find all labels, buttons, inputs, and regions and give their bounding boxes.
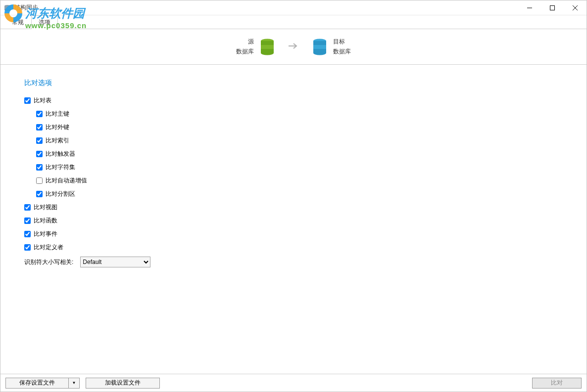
checkbox-compare-indexes[interactable] <box>36 137 43 144</box>
save-profile-button[interactable]: 保存设置文件 <box>5 378 69 389</box>
checkbox-compare-primary-keys[interactable] <box>36 111 43 117</box>
database-target-icon <box>312 39 327 55</box>
checkbox-compare-triggers[interactable] <box>36 151 43 157</box>
label-compare-events: 比对事件 <box>34 230 57 238</box>
close-button[interactable] <box>564 0 587 15</box>
target-block: 目标 数据库 <box>312 37 351 56</box>
section-title: 比对选项 <box>24 79 563 87</box>
identifier-case-select[interactable]: Default <box>80 257 150 267</box>
header-area: 源 数据库 目标 数据库 <box>0 29 587 65</box>
tab-options[interactable]: 选项 <box>31 15 58 29</box>
label-compare-triggers: 比对触发器 <box>46 150 75 158</box>
arrow-right-icon <box>289 42 298 52</box>
content-area: 比对选项 比对表 比对主键 比对外键 比对索引 比对触发器 比对字符集 比对自动… <box>0 65 587 281</box>
svg-rect-4 <box>550 5 555 10</box>
label-compare-foreign-keys: 比对外键 <box>46 123 69 131</box>
checkbox-compare-definers[interactable] <box>24 244 31 251</box>
label-compare-tables: 比对表 <box>34 96 51 105</box>
checkbox-compare-autoincrement[interactable] <box>36 177 43 184</box>
label-compare-views: 比对视图 <box>34 203 57 212</box>
label-compare-indexes: 比对索引 <box>46 136 69 145</box>
titlebar: 结构同步 <box>0 0 587 15</box>
checkbox-compare-functions[interactable] <box>24 218 31 224</box>
checkbox-compare-partitions[interactable] <box>36 191 43 197</box>
tab-general[interactable]: 常规 <box>4 15 31 29</box>
label-compare-definers: 比对定义者 <box>34 243 63 252</box>
save-profile-dropdown[interactable]: ▼ <box>69 378 80 389</box>
minimize-button[interactable] <box>518 0 541 15</box>
label-compare-functions: 比对函数 <box>34 217 57 225</box>
tab-bar: 常规 选项 <box>0 15 587 29</box>
label-compare-autoincrement: 比对自动递增值 <box>46 176 87 185</box>
maximize-button[interactable] <box>541 0 564 15</box>
checkbox-compare-foreign-keys[interactable] <box>36 124 43 131</box>
checkbox-compare-views[interactable] <box>24 204 31 211</box>
window-title: 结构同步 <box>14 3 38 12</box>
source-block: 源 数据库 <box>236 37 275 56</box>
label-compare-partitions: 比对分割区 <box>46 190 75 198</box>
label-compare-primary-keys: 比对主键 <box>46 110 69 118</box>
compare-button[interactable]: 比对 <box>532 378 582 389</box>
target-db-label: 数据库 <box>333 47 351 56</box>
app-icon <box>3 4 11 12</box>
database-source-icon <box>260 39 275 55</box>
target-label: 目标 <box>333 37 351 46</box>
svg-point-2 <box>4 9 10 11</box>
footer: 保存设置文件 ▼ 加载设置文件 比对 <box>0 374 587 392</box>
identifier-case-label: 识别符大小写相关: <box>24 258 73 266</box>
caret-down-icon: ▼ <box>72 381 76 385</box>
load-profile-button[interactable]: 加载设置文件 <box>86 378 160 389</box>
checkbox-compare-tables[interactable] <box>24 97 31 104</box>
source-label: 源 <box>236 37 254 46</box>
source-db-label: 数据库 <box>236 47 254 56</box>
label-compare-charset: 比对字符集 <box>46 163 75 172</box>
checkbox-compare-charset[interactable] <box>36 164 43 171</box>
checkbox-compare-events[interactable] <box>24 231 31 237</box>
